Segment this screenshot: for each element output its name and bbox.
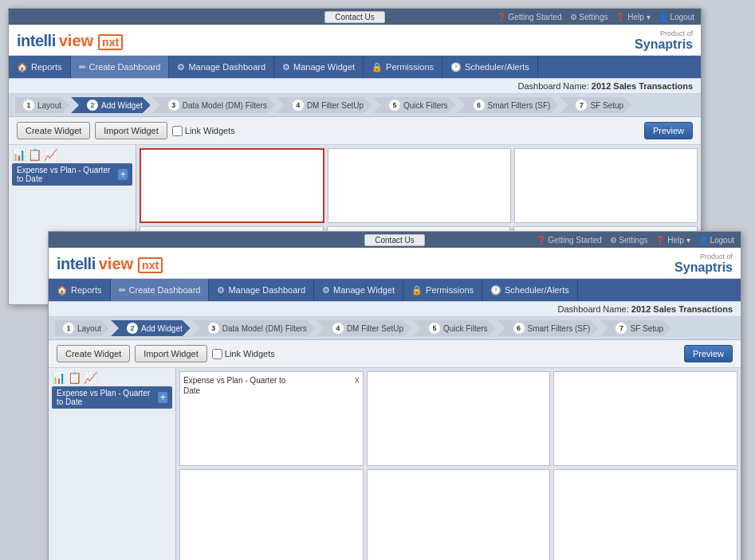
widget-type-icons-2: 📊 📋 📈 <box>52 371 172 384</box>
nav-manage-dashboard-1[interactable]: ⚙ Manage Dashboard <box>169 56 274 78</box>
step-7-sf-setup-2[interactable]: 7SF Setup <box>600 320 671 336</box>
grid-cell-2-2-1[interactable] <box>367 469 551 560</box>
table-icon-1: 📋 <box>28 148 41 161</box>
logo-nxt-2: nxt <box>138 257 163 273</box>
top-bar-2: Contact Us ❓ Getting Started ⚙ Settings … <box>49 232 741 248</box>
step-5-quick-filters[interactable]: 5Quick Filters <box>373 97 456 113</box>
synaptris-logo-1: Product of Synaptris <box>635 29 693 52</box>
step-6-smart-filters[interactable]: 6Smart Filters (SF) <box>458 97 559 113</box>
logout-link-2[interactable]: 👤 Logout <box>698 236 734 245</box>
line-chart-icon-1: 📈 <box>44 148 57 161</box>
step-4-dm-filter-setup[interactable]: 4DM Filter SetUp <box>277 97 372 113</box>
grid-row-2-1: Expense vs Plan - Quarter toDate x <box>179 371 737 466</box>
step-7-sf-setup[interactable]: 7SF Setup <box>560 97 631 113</box>
step-2-add-widget[interactable]: 2Add Widget <box>71 97 151 113</box>
bar-chart-icon-2: 📊 <box>52 371 65 384</box>
widget-add-btn-2[interactable]: + <box>158 392 167 403</box>
window-2: Contact Us ❓ Getting Started ⚙ Settings … <box>48 231 741 560</box>
import-widget-btn-2[interactable]: Import Widget <box>135 345 206 362</box>
logo-view-1: view <box>59 32 93 50</box>
logo-intelli-1: intelli <box>17 32 56 50</box>
header-1: intelliview nxt Product of Synaptris <box>9 25 701 56</box>
widget-placed-label: Expense vs Plan - Quarter toDate x <box>182 374 361 397</box>
link-widgets-check-2[interactable] <box>212 349 222 359</box>
nav-scheduler-1[interactable]: 🕐 Scheduler/Alerts <box>442 56 538 78</box>
nav-create-dashboard-1[interactable]: ✏ Create Dashboard <box>71 56 170 78</box>
logo-1: intelliview nxt <box>17 32 123 50</box>
nav-permissions-2[interactable]: 🔒 Permissions <box>403 279 482 301</box>
preview-btn-2[interactable]: Preview <box>684 345 733 362</box>
widget-type-icons-1: 📊 📋 📈 <box>12 148 132 161</box>
preview-btn-1[interactable]: Preview <box>644 122 693 139</box>
grid-row-1 <box>140 148 698 223</box>
nav-scheduler-2[interactable]: 🕐 Scheduler/Alerts <box>482 279 578 301</box>
main-content-2: 📊 📋 📈 Expense vs Plan - Quarter to Date … <box>49 368 741 560</box>
step-5-quick-filters-2[interactable]: 5Quick Filters <box>413 320 496 336</box>
widget-remove-btn[interactable]: x <box>355 375 360 385</box>
grid-cell-2-1-2[interactable] <box>553 371 737 466</box>
logo-intelli-2: intelli <box>57 255 96 273</box>
header-2: intelliview nxt Product of Synaptris <box>49 248 741 279</box>
contact-us-btn-2[interactable]: Contact Us <box>364 234 424 246</box>
nav-manage-widget-2[interactable]: ⚙ Manage Widget <box>314 279 403 301</box>
settings-link-1[interactable]: ⚙ Settings <box>570 13 608 22</box>
step-3-dm-filters[interactable]: 3Data Model (DM) Filters <box>152 97 275 113</box>
widget-list-item-1[interactable]: Expense vs Plan - Quarter to Date + <box>12 163 132 186</box>
steps-bar-1: 1Layout 2Add Widget 3Data Model (DM) Fil… <box>9 94 701 117</box>
line-chart-icon-2: 📈 <box>84 371 97 384</box>
contact-us-btn-1[interactable]: Contact Us <box>324 11 384 23</box>
step-6-smart-filters-2[interactable]: 6Smart Filters (SF) <box>497 320 599 336</box>
grid-cell-1-2[interactable] <box>514 148 698 223</box>
step-1-layout-2[interactable]: 1Layout <box>55 320 109 336</box>
link-widgets-checkbox-2[interactable]: Link Widgets <box>212 349 275 359</box>
grid-cell-2-1-0[interactable]: Expense vs Plan - Quarter toDate x <box>179 371 364 466</box>
table-icon-2: 📋 <box>68 371 81 384</box>
grid-row-2-2 <box>179 469 737 560</box>
grid-cell-1-0[interactable] <box>140 148 324 223</box>
link-widgets-checkbox-1[interactable]: Link Widgets <box>172 126 235 136</box>
link-widgets-check-1[interactable] <box>172 126 183 136</box>
step-3-dm-filters-2[interactable]: 3Data Model (DM) Filters <box>192 320 315 336</box>
logo-view-2: view <box>99 255 133 273</box>
nav-reports-2[interactable]: 🏠 Reports <box>49 279 111 301</box>
nav-bar-2: 🏠 Reports ✏ Create Dashboard ⚙ Manage Da… <box>49 279 741 301</box>
grid-cell-1-1[interactable] <box>328 148 511 223</box>
toolbar-2: Create Widget Import Widget Link Widgets… <box>49 340 741 368</box>
import-widget-btn-1[interactable]: Import Widget <box>95 122 167 139</box>
logout-link-1[interactable]: 👤 Logout <box>659 13 694 22</box>
nav-manage-widget-1[interactable]: ⚙ Manage Widget <box>274 56 364 78</box>
widget-list-item-2[interactable]: Expense vs Plan - Quarter to Date + <box>52 386 172 409</box>
steps-bar-2: 1Layout 2Add Widget 3Data Model (DM) Fil… <box>49 317 741 340</box>
nav-bar-1: 🏠 Reports ✏ Create Dashboard ⚙ Manage Da… <box>9 56 701 78</box>
nav-reports-1[interactable]: 🏠 Reports <box>9 56 71 78</box>
settings-link-2[interactable]: ⚙ Settings <box>610 236 648 245</box>
logo-2: intelliview nxt <box>57 255 163 273</box>
toolbar-1: Create Widget Import Widget Link Widgets… <box>9 117 701 145</box>
help-link-2[interactable]: ❓ Help ▾ <box>655 236 690 245</box>
getting-started-link-2[interactable]: ❓ Getting Started <box>537 236 602 245</box>
create-widget-btn-1[interactable]: Create Widget <box>17 122 90 139</box>
bar-chart-icon-1: 📊 <box>12 148 26 161</box>
dash-name-bar-1: Dashboard Name: 2012 Sales Transactions <box>9 78 701 94</box>
grid-cell-2-2-0[interactable] <box>179 469 364 560</box>
widget-panel-2: 📊 📋 📈 Expense vs Plan - Quarter to Date … <box>49 368 176 560</box>
synaptris-logo-2: Product of Synaptris <box>674 253 733 275</box>
help-link-1[interactable]: ❓ Help ▾ <box>615 13 650 22</box>
widget-add-btn-1[interactable]: + <box>118 169 128 180</box>
create-widget-btn-2[interactable]: Create Widget <box>57 345 130 362</box>
step-2-add-widget-2[interactable]: 2Add Widget <box>111 320 191 336</box>
grid-cell-2-2-2[interactable] <box>553 469 737 560</box>
grid-cell-2-1-1[interactable] <box>367 371 551 466</box>
nav-permissions-1[interactable]: 🔒 Permissions <box>364 56 442 78</box>
dash-name-bar-2: Dashboard Name: 2012 Sales Transactions <box>49 301 741 317</box>
nav-create-dashboard-2[interactable]: ✏ Create Dashboard <box>111 279 210 301</box>
step-4-dm-filter-setup-2[interactable]: 4DM Filter SetUp <box>317 320 411 336</box>
logo-nxt-1: nxt <box>98 34 123 50</box>
getting-started-link-1[interactable]: ❓ Getting Started <box>497 13 562 22</box>
top-bar-1: Contact Us ❓ Getting Started ⚙ Settings … <box>9 9 701 25</box>
grid-area-2: Expense vs Plan - Quarter toDate x <box>176 368 741 560</box>
nav-manage-dashboard-2[interactable]: ⚙ Manage Dashboard <box>209 279 314 301</box>
step-1-layout[interactable]: 1Layout <box>15 97 69 113</box>
